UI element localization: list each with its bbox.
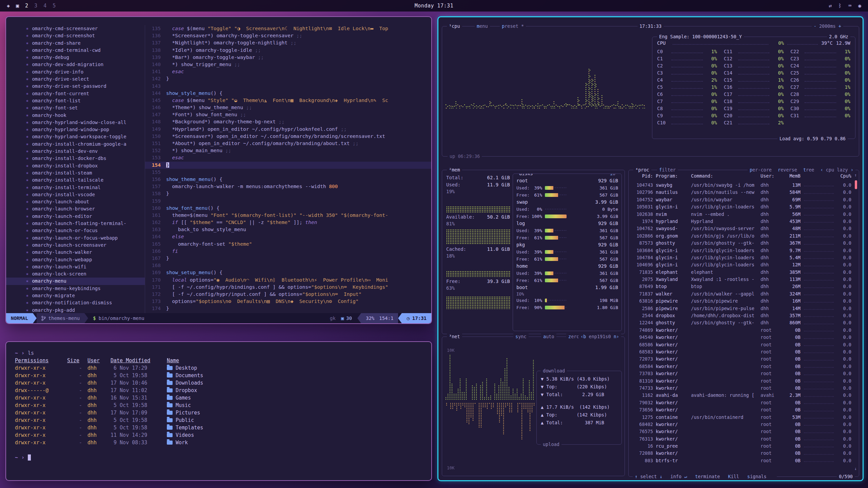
file-tree-item[interactable]: ∗omarchy-launch-browser [6,205,145,212]
file-tree-item[interactable]: ∗omarchy-drive-select [6,76,145,83]
code-editor[interactable]: 135 case $(menu "Toggle" "◑ Screensaver\… [145,25,431,313]
tab-mem[interactable]: ²mem [447,167,462,173]
proc-option-per-core[interactable]: per-core [750,167,772,173]
code-line: 167} [145,255,431,262]
workspace-5[interactable]: 5 [53,3,56,9]
proc-option-reverse[interactable]: reverse [778,167,797,173]
prompt-dir: ~ [15,454,18,461]
file-tree-item[interactable]: ∗omarchy-dev-add-migration [6,61,145,68]
file-tree-item[interactable]: ∗omarchy-cmd-screenshot [6,32,145,39]
folder-icon [167,418,173,422]
cpu-history-dots [804,353,834,360]
btop-window[interactable]: ¹cpu menu preset * 17:31:33 - 2000ms + u… [437,16,864,481]
file-tree-item[interactable]: ∗omarchy-pkg-add [6,307,145,313]
code-line: 168 [145,262,431,269]
file-tree-item[interactable]: ∗omarchy-hyprland-workspace-toggle [6,133,145,140]
workspace-3[interactable]: 3 [34,3,37,9]
file-tree-item[interactable]: ∗omarchy-launch-editor [6,213,145,220]
proc-mode-selector[interactable]: ‹ cpu lazy › [820,167,853,173]
update-interval[interactable]: - 2000ms + [812,23,843,29]
bluetooth-icon[interactable]: ᛒ [839,3,842,9]
filter-button[interactable]: filter [657,167,678,173]
file-tree-item[interactable]: ∗omarchy-font-current [6,90,145,97]
scrollbar-thumb[interactable] [855,180,857,189]
file-tree-item[interactable]: ∗omarchy-font-set [6,104,145,111]
net-interface[interactable]: ‹b enp191s0 n› [578,333,621,340]
file-tree-item[interactable]: ∗omarchy-launch-wifi [6,263,145,270]
file-tree-item[interactable]: ∗omarchy-install-docker-dbs [6,155,145,162]
file-tree-item[interactable]: ∗omarchy-install-chromium-google-a [6,141,145,148]
workspace-2[interactable]: 2 [25,3,28,9]
code-line: 165 omarchy-font-set "$theme" [145,241,431,248]
power-icon[interactable]: ◉ [858,3,861,9]
file-tree-item[interactable]: ∗omarchy-migrate [6,292,145,299]
net-sync-button[interactable]: sync [513,333,529,340]
file-tree-item[interactable]: ∗omarchy-launch-screensaver [6,242,145,249]
file-tree-item[interactable]: ∗omarchy-drive-info [6,68,145,76]
line-number: 169 [145,269,161,276]
file-tree-item[interactable]: ∗omarchy-install-steam [6,169,145,177]
file-tree-item[interactable]: ∗omarchy-hyprland-window-close-all [6,119,145,126]
proc-footer-hint[interactable]: ↑ select ↓ [635,473,662,480]
file-tree-item[interactable]: ∗omarchy-install-dev-env [6,148,145,155]
file-tree-item[interactable]: ∗omarchy-launch-or-focus-webapp [6,235,145,242]
file-tree-item[interactable]: ∗omarchy-launch-webapp [6,256,145,263]
file-tree-item[interactable]: ∗omarchy-install-tailscale [6,177,145,184]
file-tree-item[interactable]: ∗omarchy-install-vscode [6,191,145,198]
file-tree-item[interactable]: ∗omarchy-menu-keybindings [6,285,145,292]
file-tree-item[interactable]: ∗omarchy-cmd-terminal-cwd [6,47,145,54]
scroll-up-icon[interactable]: ↑ [854,173,857,178]
file-tree-item[interactable]: ∗omarchy-cmd-share [6,40,145,47]
file-icon: ∗ [26,83,28,90]
file-tree-item[interactable]: ∗omarchy-launch-or-focus [6,227,145,234]
file-icon: ∗ [26,227,28,234]
menu-button[interactable]: menu [475,23,490,29]
cpu-history-dots [804,186,834,194]
core-row: C60% [657,90,717,98]
io-toggle[interactable]: io [608,174,617,177]
tab-proc[interactable]: ⁴proc [633,167,651,173]
proc-footer-hint[interactable]: Kill [728,473,739,480]
proc-footer-hint[interactable]: info ↵ [670,473,687,480]
proc-footer-hint[interactable]: signals [747,473,767,480]
powerline-separator [84,313,88,323]
topbar-clock: Monday 17:31 [415,3,453,9]
mem-stat: Used:11.9 GiB [446,181,510,188]
proc-option-tree[interactable]: tree [803,167,814,173]
scroll-down-icon[interactable]: ↓ [854,466,857,471]
keyboard-icon[interactable]: ⌨ [848,3,851,9]
tab-cpu[interactable]: ¹cpu [447,23,462,29]
net-auto-button[interactable]: auto [541,333,556,340]
file-tree-item[interactable]: ∗omarchy-hyprland-window-pop [6,126,145,133]
statusline-clock: ◷ 17:31 [402,313,431,323]
process-row[interactable]: 803btrfs-trroot0B0.0 [632,457,851,464]
workspace-4[interactable]: 4 [43,3,46,9]
preset-button[interactable]: preset * [500,23,526,29]
window-icon[interactable]: ▣ [16,3,19,9]
file-tree-item[interactable]: ∗omarchy-cmd-screensaver [6,25,145,32]
file-tree-item[interactable]: ∗omarchy-notification-dismiss [6,299,145,306]
launcher-icon[interactable]: ◈ [7,3,10,9]
file-tree-item[interactable]: ∗omarchy-menu [6,278,145,285]
file-tree-item[interactable]: ∗omarchy-launch-floating-terminal- [6,220,145,227]
terminal-window[interactable]: ~ › ls PermissionsSizeUserDate ModifiedN… [5,341,432,481]
code-line: 160show_font_menu() { [145,205,431,212]
tab-net[interactable]: ³net [447,333,462,340]
file-tree-item[interactable]: ∗omarchy-drive-set-password [6,83,145,90]
file-tree-item[interactable]: ∗omarchy-launch-walker [6,249,145,256]
file-tree-item[interactable]: ∗omarchy-hook [6,112,145,119]
line-number: 170 [145,277,161,284]
file-tree-item[interactable]: ∗omarchy-install-dropbox [6,162,145,169]
file-tree-item[interactable]: ∗omarchy-debug [6,54,145,61]
proc-footer-hint[interactable]: terminate [695,473,720,480]
file-tree-item[interactable]: ∗omarchy-lock-screen [6,270,145,278]
file-tree-item[interactable]: ∗omarchy-font-list [6,97,145,104]
file-tree-item[interactable]: ∗omarchy-launch-about [6,198,145,205]
screencast-icon[interactable]: ⇄ [829,3,832,9]
file-tree-item[interactable]: ∗omarchy-install-terminal [6,184,145,191]
disk-meter [545,193,567,197]
file-icon: ∗ [26,32,28,39]
workspace-list: ◈▣2345 [7,3,56,9]
folder-icon [167,403,173,407]
cpu-history-dots [804,230,834,237]
